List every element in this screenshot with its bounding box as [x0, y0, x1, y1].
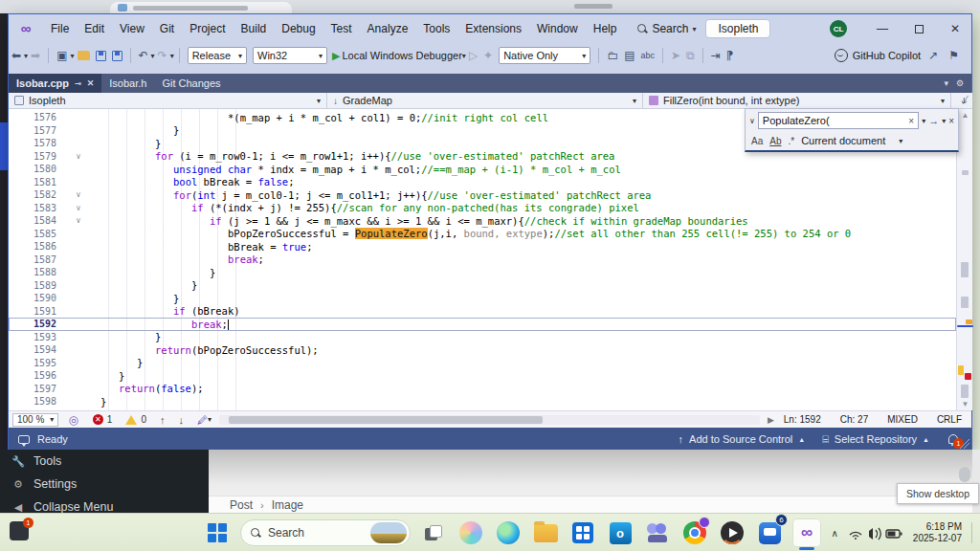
attach-icon[interactable]: ✦ [483, 49, 493, 62]
chevron-down-icon[interactable]: ▾ [70, 52, 74, 60]
outlook-button[interactable]: o [606, 518, 635, 547]
start-without-debugging-icon[interactable]: ▷ [469, 49, 478, 62]
column-indicator[interactable]: Ch: 27 [840, 414, 868, 425]
notifications-bell-icon[interactable]: 1 [947, 433, 958, 445]
file-explorer-button[interactable] [531, 518, 560, 547]
code-line[interactable]: 1588} [9, 266, 956, 279]
menu-tools[interactable]: Tools [415, 19, 457, 38]
code-line[interactable]: 1594return(bPopZeroSuccessful); [9, 343, 956, 357]
menu-file[interactable]: File [43, 19, 77, 38]
background-scrollbar-thumb[interactable] [959, 467, 970, 482]
github-copilot-button[interactable]: GitHub Copilot ↗ ⚑ [835, 49, 962, 62]
fold-chevron-icon[interactable]: ∨ [56, 152, 100, 161]
teams-button[interactable] [643, 518, 672, 547]
edge-button[interactable] [494, 518, 523, 547]
maximize-button[interactable] [902, 17, 935, 40]
find-next-icon[interactable]: → [928, 115, 939, 126]
share-icon[interactable]: ↗ [928, 49, 938, 62]
solution-name-badge[interactable]: Isopleth [705, 19, 770, 38]
code-line[interactable]: 1595} [9, 357, 956, 370]
menu-test[interactable]: Test [323, 19, 360, 38]
solution-explorer-icon[interactable]: ▤ [624, 49, 635, 62]
navigate-back-icon[interactable]: ⬅ [11, 49, 21, 62]
code-line[interactable]: 1583∨if (*(indx + j) != 255){//scan for … [9, 202, 956, 215]
menu-window[interactable]: Window [529, 19, 586, 38]
code-line[interactable]: 1589} [9, 279, 956, 293]
whole-word-toggle[interactable]: Ab [769, 136, 781, 146]
scrollbar-thumb[interactable] [961, 385, 969, 398]
tray-system-icons[interactable] [848, 525, 903, 540]
vs-search[interactable]: Search ▾ [637, 22, 696, 35]
menu-help[interactable]: Help [586, 19, 625, 38]
find-options-chevron-icon[interactable]: ▾ [942, 117, 946, 125]
previous-issue-icon[interactable]: ↑ [160, 414, 166, 426]
zoom-level-dropdown[interactable]: 100 %▾ [12, 413, 58, 427]
warning-count[interactable]: 0 [141, 414, 146, 425]
code-line[interactable]: 1586bBreak = true; [9, 240, 956, 253]
type-dropdown[interactable]: ↓ GradeMap ▾ [327, 93, 643, 108]
health-indicator-icon[interactable]: ◎ [68, 413, 78, 427]
spell-check-icon[interactable]: abc [641, 51, 656, 60]
minimize-button[interactable]: — [866, 17, 899, 40]
code-cleanup-icon[interactable]: 🖉 [197, 414, 208, 426]
chevron-down-icon[interactable]: ▾ [462, 52, 466, 60]
code-line[interactable]: 1585bPopZeroSuccessful = PopulateZero(j,… [9, 228, 956, 241]
regex-toggle[interactable]: .* [788, 136, 794, 146]
sidebar-item-tools[interactable]: 🔧Tools [0, 450, 209, 473]
eol-indicator[interactable]: CRLF [937, 414, 962, 425]
feedback-icon[interactable]: ⚑ [948, 49, 959, 62]
code-editor[interactable]: 1576*(m_map + i * m_col + col1) = 0;//in… [9, 109, 956, 410]
find-input[interactable]: PopulateZero( × [758, 112, 919, 129]
add-to-source-control-button[interactable]: ↑ Add to Source Control ▲ [679, 433, 806, 445]
chevron-down-icon[interactable]: ▾ [208, 415, 212, 424]
editor-vertical-scrollbar[interactable]: ▲ ▼ [956, 109, 972, 410]
solution-configuration-dropdown[interactable]: Release▾ [188, 47, 247, 64]
open-folder-icon[interactable] [78, 51, 90, 60]
menu-build[interactable]: Build [234, 19, 275, 38]
tray-chevron-up-icon[interactable]: ∧ [832, 528, 838, 539]
background-browser-tab[interactable] [110, 2, 292, 13]
menu-extensions[interactable]: Extensions [457, 19, 529, 38]
start-debugging-icon[interactable]: ▶ [332, 50, 340, 62]
code-line[interactable]: 1592break; [9, 318, 956, 331]
fold-chevron-icon[interactable]: ∨ [56, 204, 100, 212]
expand-replace-icon[interactable]: ∨ [749, 117, 755, 125]
splitter-handle-icon[interactable]: ⫝̸ [956, 93, 972, 109]
chevron-down-icon[interactable]: ▾ [170, 52, 174, 60]
code-line[interactable]: 1593} [9, 331, 956, 344]
scroll-down-icon[interactable]: ▼ [957, 400, 973, 408]
solution-platform-dropdown[interactable]: Win32▾ [253, 47, 327, 64]
editor-horizontal-scrollbar[interactable] [219, 415, 760, 425]
fold-chevron-icon[interactable]: ∨ [56, 190, 100, 199]
chevron-down-icon[interactable]: ▾ [151, 52, 155, 60]
indent-icon[interactable]: ⇥ [711, 49, 721, 62]
pin-icon[interactable]: ⊸ [75, 79, 81, 88]
menu-view[interactable]: View [112, 19, 152, 38]
encoding-indicator[interactable]: MIXED [887, 414, 918, 425]
code-line[interactable]: 1587break; [9, 253, 956, 267]
tab-list-chevron-icon[interactable]: ▾ [944, 78, 948, 88]
taskbar-notification-item[interactable]: 1 [10, 521, 29, 540]
clear-icon[interactable]: × [908, 116, 914, 126]
tab-git-changes[interactable]: Git Changes [154, 74, 228, 93]
scroll-up-icon[interactable]: ▲ [957, 111, 973, 120]
taskbar-clock[interactable]: 6:18 PM 2025-12-07 [913, 521, 962, 545]
task-view-button[interactable] [419, 518, 448, 547]
clipboard-icon[interactable]: ⧉ [686, 49, 695, 62]
next-issue-icon[interactable]: ↓ [178, 414, 184, 426]
tab-isobar-h[interactable]: Isobar.h [101, 74, 154, 93]
new-project-icon[interactable]: ▣ [56, 49, 67, 62]
media-player-button[interactable] [718, 518, 746, 547]
debug-target-label[interactable]: Local Windows Debugger [343, 50, 462, 61]
code-line[interactable]: 1590} [9, 292, 956, 305]
taskbar-search[interactable]: Search [240, 519, 411, 546]
show-desktop-strip[interactable] [971, 522, 972, 543]
tab-isobar-cpp[interactable]: Isobar.cpp⊸✕ [9, 74, 101, 93]
start-button[interactable] [203, 518, 232, 547]
fold-chevron-icon[interactable]: ∨ [56, 216, 100, 225]
chat-button[interactable]: 6 [755, 518, 784, 547]
find-history-chevron-icon[interactable]: ▾ [922, 117, 925, 125]
menu-debug[interactable]: Debug [274, 19, 323, 38]
scroll-right-icon[interactable]: ▶ [768, 415, 774, 425]
save-icon[interactable] [96, 51, 106, 61]
